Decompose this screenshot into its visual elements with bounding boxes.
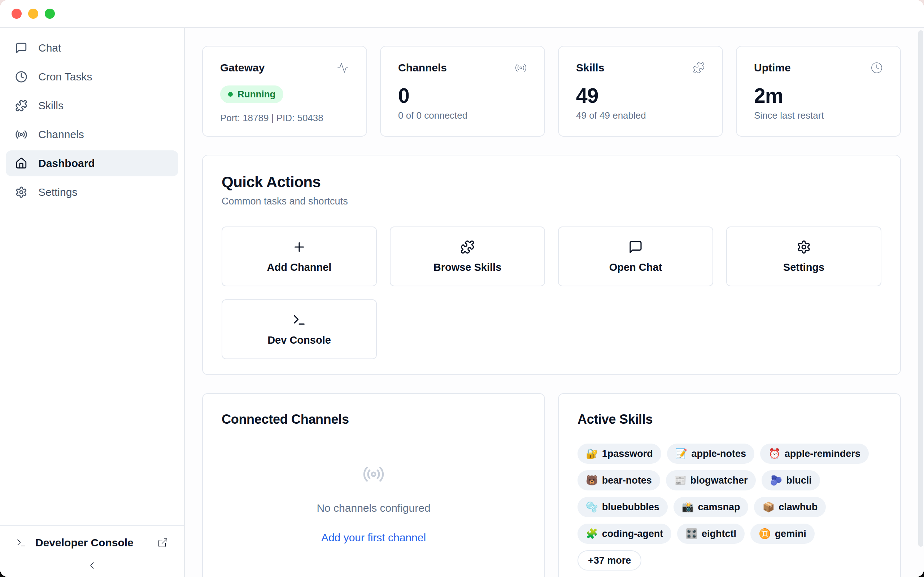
chat-icon bbox=[628, 240, 643, 254]
stat-card-uptime: Uptime 2m Since last restart bbox=[736, 46, 901, 137]
chevron-left-icon bbox=[86, 560, 98, 571]
stat-card-channels: Channels 0 0 of 0 connected bbox=[380, 46, 545, 137]
sidebar-item-label: Skills bbox=[38, 100, 63, 112]
settings-button[interactable]: Settings bbox=[726, 226, 881, 286]
stat-card-gateway: Gateway Running Port: 18789 | PID: 50438 bbox=[202, 46, 367, 137]
skill-emoji: 🎛️ bbox=[685, 528, 698, 540]
skill-emoji: 🐻 bbox=[586, 475, 598, 486]
empty-state-text: No channels configured bbox=[317, 502, 430, 514]
sidebar-item-label: Dashboard bbox=[38, 157, 95, 169]
terminal-icon bbox=[16, 537, 27, 548]
add-channel-button[interactable]: Add Channel bbox=[221, 226, 377, 286]
skills-chip-list: 🔐1password 📝apple-notes ⏰apple-reminders… bbox=[577, 443, 881, 571]
stat-title: Gateway bbox=[220, 62, 265, 74]
external-link-icon bbox=[157, 537, 168, 548]
sidebar-item-label: Settings bbox=[38, 186, 77, 198]
skill-chip: 🎛️eightctl bbox=[677, 524, 745, 544]
stat-value: 49 bbox=[576, 84, 705, 108]
browse-skills-button[interactable]: Browse Skills bbox=[390, 226, 545, 286]
clock-icon bbox=[871, 62, 883, 74]
dev-console-button[interactable]: Dev Console bbox=[221, 299, 377, 359]
home-icon bbox=[15, 157, 27, 169]
skill-chip: 🐻bear-notes bbox=[577, 470, 660, 490]
main-content: Gateway Running Port: 18789 | PID: 50438… bbox=[185, 28, 924, 577]
quick-actions-panel: Quick Actions Common tasks and shortcuts… bbox=[202, 155, 901, 375]
chat-icon bbox=[15, 42, 27, 54]
skill-chip: 🫧bluebubbles bbox=[577, 497, 668, 517]
sidebar-item-settings[interactable]: Settings bbox=[6, 179, 178, 205]
bottom-section: Connected Channels No channels configure… bbox=[202, 393, 901, 577]
skill-chip: 📸camsnap bbox=[674, 497, 749, 517]
titlebar bbox=[0, 0, 924, 28]
developer-console-button[interactable]: Developer Console bbox=[16, 537, 168, 549]
skill-emoji: 📝 bbox=[675, 448, 688, 459]
gear-icon bbox=[796, 240, 811, 254]
sidebar-item-skills[interactable]: Skills bbox=[6, 93, 178, 119]
gear-icon bbox=[15, 186, 27, 198]
sidebar-nav: Chat Cron Tasks Skills Channels Dashboar… bbox=[0, 28, 184, 208]
skill-chip: ♊️gemini bbox=[750, 524, 815, 544]
sidebar-item-cron-tasks[interactable]: Cron Tasks bbox=[6, 64, 178, 90]
sidebar-item-channels[interactable]: Channels bbox=[6, 121, 178, 148]
plus-icon bbox=[292, 240, 307, 254]
skill-chip: 🔐1password bbox=[577, 443, 661, 464]
quick-actions-title: Quick Actions bbox=[221, 174, 881, 191]
skill-emoji: ♊️ bbox=[759, 528, 771, 540]
broadcast-icon bbox=[362, 463, 385, 485]
sidebar-item-label: Cron Tasks bbox=[38, 71, 92, 83]
skill-chip: 📝apple-notes bbox=[667, 443, 754, 464]
broadcast-icon bbox=[515, 62, 527, 74]
skill-emoji: 📸 bbox=[682, 501, 694, 513]
quick-actions-grid: Add Channel Browse Skills Open Chat Sett… bbox=[221, 226, 881, 359]
stat-title: Skills bbox=[576, 62, 604, 74]
stat-detail: Port: 18789 | PID: 50438 bbox=[220, 113, 349, 124]
scrollbar-thumb[interactable] bbox=[918, 30, 923, 547]
stat-detail: 49 of 49 enabled bbox=[576, 110, 705, 121]
skill-emoji: 📰 bbox=[674, 475, 687, 486]
stat-detail: 0 of 0 connected bbox=[398, 110, 527, 121]
skill-emoji: 📦 bbox=[762, 501, 775, 513]
skill-chip: 📰blogwatcher bbox=[666, 470, 756, 490]
broadcast-icon bbox=[15, 128, 27, 141]
connected-channels-panel: Connected Channels No channels configure… bbox=[202, 393, 545, 577]
more-skills-button[interactable]: +37 more bbox=[577, 550, 641, 571]
active-skills-panel: Active Skills 🔐1password 📝apple-notes ⏰a… bbox=[558, 393, 901, 577]
quick-actions-subtitle: Common tasks and shortcuts bbox=[221, 196, 881, 207]
app-window: Chat Cron Tasks Skills Channels Dashboar… bbox=[0, 0, 924, 577]
skill-emoji: ⏰ bbox=[769, 448, 781, 459]
skill-chip: ⏰apple-reminders bbox=[760, 443, 869, 464]
sidebar-item-label: Channels bbox=[38, 128, 84, 141]
skill-emoji: 🫐 bbox=[770, 475, 782, 486]
stats-row: Gateway Running Port: 18789 | PID: 50438… bbox=[202, 46, 901, 137]
open-chat-button[interactable]: Open Chat bbox=[558, 226, 713, 286]
close-button[interactable] bbox=[11, 9, 22, 19]
activity-icon bbox=[337, 62, 349, 74]
collapse-sidebar-button[interactable] bbox=[16, 560, 168, 571]
status-dot bbox=[228, 92, 233, 97]
stat-title: Channels bbox=[398, 62, 447, 74]
sidebar-footer: Developer Console bbox=[0, 525, 184, 577]
sidebar-item-chat[interactable]: Chat bbox=[6, 35, 178, 61]
skill-chip: 🫐blucli bbox=[762, 470, 820, 490]
skill-chip: 📦clawhub bbox=[754, 497, 826, 517]
channels-empty-state: No channels configured Add your first ch… bbox=[221, 463, 525, 544]
skill-emoji: 🧩 bbox=[586, 528, 598, 540]
zoom-button[interactable] bbox=[45, 9, 55, 19]
stat-detail: Since last restart bbox=[754, 110, 883, 121]
minimize-button[interactable] bbox=[28, 9, 38, 19]
stat-title: Uptime bbox=[754, 62, 791, 74]
sidebar: Chat Cron Tasks Skills Channels Dashboar… bbox=[0, 28, 185, 577]
clock-icon bbox=[15, 71, 27, 83]
skill-emoji: 🫧 bbox=[586, 501, 598, 513]
developer-console-label: Developer Console bbox=[36, 537, 134, 549]
stat-value: 2m bbox=[754, 84, 883, 108]
connected-channels-title: Connected Channels bbox=[221, 412, 525, 427]
puzzle-icon bbox=[460, 240, 475, 254]
add-first-channel-link[interactable]: Add your first channel bbox=[321, 532, 426, 544]
active-skills-title: Active Skills bbox=[577, 412, 881, 427]
puzzle-icon bbox=[693, 62, 705, 74]
sidebar-item-dashboard[interactable]: Dashboard bbox=[6, 150, 178, 176]
sidebar-item-label: Chat bbox=[38, 42, 61, 54]
status-badge: Running bbox=[220, 85, 283, 103]
puzzle-icon bbox=[15, 100, 27, 112]
